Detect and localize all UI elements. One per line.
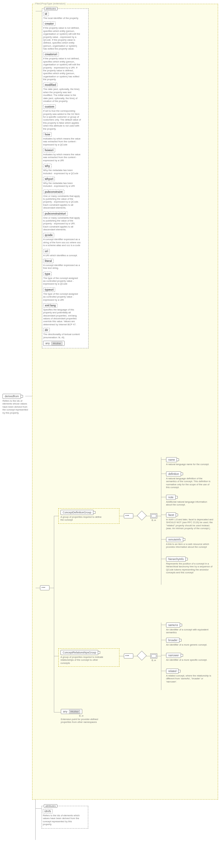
attribute-item: customIf set to true the corresponding p…	[43, 104, 87, 130]
attribute-doc: One or many constraints that apply to pu…	[43, 216, 81, 231]
attribute-name: pubconstraint	[43, 190, 64, 194]
cdg-item: facetIn NAR 1.8 and later, facet is depr…	[166, 513, 215, 530]
cdg-occur-label: 0..∞	[150, 519, 157, 522]
attribute-item: creatoruriIf the property value is not d…	[43, 52, 87, 81]
attribute-name: typeuri	[43, 287, 55, 292]
attribute-name: xml:lang	[43, 303, 57, 308]
crg-occur	[150, 653, 157, 658]
cdg-element: facet	[166, 513, 176, 518]
cdg-element-doc: Additional natural language information …	[166, 500, 213, 506]
attribute-doc: A URI which identifies a concept.	[43, 254, 81, 257]
crg-element: sameAs	[166, 622, 180, 627]
attributes-frame-1: attributes idThe local identifier of the…	[42, 8, 88, 348]
concept-rel-group-frame: ConceptRelationshipsGroup A group of pro…	[58, 648, 119, 667]
attribute-doc: If the property value is not defined, sp…	[43, 57, 81, 81]
attribute-doc: A concept identifier expressed as a stri…	[43, 238, 81, 247]
attribute-doc: Refers to the ids of elements which valu…	[43, 814, 81, 826]
extension-any-doc: Extension point for provider-defined pro…	[61, 718, 102, 724]
crg-element-doc: An identifier of a more specific concept…	[166, 658, 213, 661]
concept-def-group: ConceptDefinitionGroup	[61, 510, 94, 515]
attribute-name: type	[43, 272, 52, 276]
cdg-element-doc: In NAR 1.8 and later, facet is deprecate…	[166, 518, 213, 530]
diagram-container: derivedfrom Refers to the ids of element…	[1, 1, 219, 868]
cdg-element: name	[166, 457, 177, 462]
root-element-label: derivedfrom	[5, 395, 19, 398]
attribute-item: dirThe directionality of textual content…	[43, 328, 87, 339]
attribute-item: howIndicates by which means the value wa…	[43, 132, 87, 146]
attribute-item: typeThe type of the concept assigned as …	[43, 272, 87, 285]
cdg-element-doc: A natural language definition of the sem…	[166, 477, 213, 489]
root-element: derivedfrom	[2, 394, 21, 399]
cdg-item: noteAdditional natural language informat…	[166, 495, 215, 506]
attribute-item: creatorIf the property value is not defi…	[43, 22, 87, 50]
attribute-doc: Specifies the language of this property …	[43, 308, 81, 326]
cdg-element: remoteInfo	[166, 537, 183, 542]
attribute-doc: The type of the concept assigned as cont…	[43, 277, 81, 285]
attribute-name: uri	[43, 249, 50, 253]
attribute-name: howuri	[43, 148, 55, 152]
attribute-doc: If the property value is not defined, sp…	[43, 27, 81, 50]
attribute-doc: Why the metadata has been included - exp…	[43, 182, 81, 188]
attribute-name: custom	[43, 104, 56, 109]
attribute-item: typeuriThe type of the concept assigned …	[43, 287, 87, 301]
extension-label: Flex1PropType (extension)	[34, 2, 67, 5]
attribute-item: pubconstraintOne or many constraints tha…	[43, 190, 87, 210]
attribute-name: creatoruri	[43, 52, 59, 57]
cdg-element: note	[166, 495, 176, 500]
cdg-element-doc: A natural language name for the concept.	[166, 463, 213, 466]
crg-item: relatedA related concept, where the rela…	[166, 669, 215, 683]
attr-any-ns-1: ##other	[51, 342, 62, 345]
cdg-item: nameA natural language name for the conc…	[166, 457, 215, 466]
cdg-element-doc: Represents the position of a concept in …	[166, 562, 213, 574]
crg-item: narrowerAn identifier of a more specific…	[166, 653, 215, 661]
cdg-item: remoteInfoA link to an item or a web res…	[166, 537, 215, 549]
concept-def-group-frame: ConceptDefinitionGroup A group of proper…	[58, 508, 119, 524]
attribute-item: literalA concept identifier expressed as…	[43, 259, 87, 270]
crg-element: narrower	[166, 653, 181, 658]
extension-any-occur: 0..∞	[61, 714, 102, 717]
attribute-doc: The type of the concept assigned as cont…	[43, 292, 81, 301]
cdg-element-doc: A link to an item or a web resource whic…	[166, 543, 213, 549]
concept-rel-group: ConceptRelationshipsGroup	[61, 650, 98, 655]
attribute-doc: Why the metadata has been included - exp…	[43, 169, 81, 175]
attribute-item: qcodeA concept identifier expressed as a…	[43, 233, 87, 247]
cdg-sequence	[124, 514, 133, 518]
attribute-item: uriA URI which identifies a concept.	[43, 249, 87, 257]
attribute-item: pubconstrainturiOne or many constraints …	[43, 211, 87, 231]
concept-def-group-doc: A group of properties required to define…	[61, 516, 105, 522]
attribute-doc: If set to true the corresponding propert…	[43, 110, 81, 130]
crg-switch	[137, 651, 147, 660]
cdg-occur	[150, 514, 157, 518]
crg-element-doc: A related concept, where the relationshi…	[166, 674, 213, 683]
attribute-name: id	[43, 12, 49, 16]
attribute-item: whyuriWhy the metadata has been included…	[43, 177, 87, 188]
attribute-doc: One or many constraints that apply to pu…	[43, 195, 81, 210]
attr-any-1: any ##other	[43, 341, 65, 346]
crg-element: broader	[166, 638, 180, 643]
attribute-name: why	[43, 164, 52, 168]
attribute-name: literal	[43, 259, 53, 263]
main-sequence	[40, 585, 49, 590]
attribute-doc: A concept identifier expressed as a free…	[43, 264, 81, 270]
attribute-name: whyuri	[43, 177, 55, 181]
attribute-name: modified	[43, 83, 57, 87]
cdg-item: hierarchyInfoRepresents the position of …	[166, 557, 215, 574]
concept-rel-group-label: ConceptRelationshipsGroup	[63, 651, 96, 654]
attribute-doc: Indicates by which means the value was e…	[43, 137, 81, 146]
extension-any: any ##other	[61, 709, 82, 714]
extension-any-ns: ##other	[69, 710, 80, 713]
attribute-item: idThe local identifier of the property.	[43, 12, 87, 20]
crg-item: broaderAn identifier of a more generic c…	[166, 638, 215, 646]
attribute-doc: Indicates by which means the value was e…	[43, 153, 81, 162]
crg-sequence	[124, 653, 133, 658]
attribute-name: qcode	[43, 233, 54, 237]
crg-element: related	[166, 669, 179, 674]
attributes-frame-2: attributes idrefsRefers to the ids of el…	[42, 806, 88, 829]
attribute-item: howuriIndicates by which means the value…	[43, 148, 87, 162]
extension-frame: Flex1PropType (extension) attributes idT…	[32, 4, 218, 800]
crg-occur-label: 0..∞	[150, 659, 157, 662]
cdg-item: definitionA natural language definition …	[166, 471, 215, 489]
attribute-name: how	[43, 132, 52, 136]
concept-rel-group-doc: A group of properties required to indica…	[61, 656, 108, 664]
attribute-name: creator	[43, 22, 56, 26]
